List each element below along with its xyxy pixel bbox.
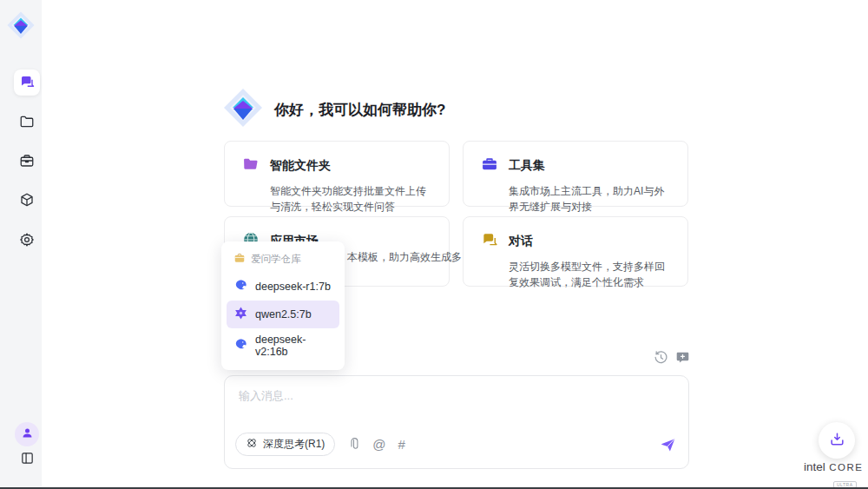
atom-icon [246,437,258,452]
greeting-title: 你好，我可以如何帮助你? [274,100,445,120]
card-description-partial: 本模板，助力高效生成多 [347,249,462,265]
card-description: 智能文件夹功能支持批量文件上传与清洗，轻松实现文件问答 [270,183,431,215]
history-button[interactable] [653,350,668,366]
history-icon [654,354,668,367]
briefcase-icon [19,153,35,171]
sidebar-item-folders[interactable] [14,109,40,135]
card-title: 智能文件夹 [270,158,331,174]
model-option-label: deepseek-r1:7b [255,281,331,293]
assistant-logo-icon [222,87,264,129]
card-description: 灵活切换多模型文件，支持多样回复效果调试，满足个性化需求 [509,259,670,290]
sidebar-item-settings[interactable] [14,228,40,254]
paperclip-icon [347,440,360,453]
new-chat-button[interactable] [674,350,690,366]
sidebar-item-toolbox[interactable] [14,149,40,175]
deepseek-icon [233,278,248,295]
deep-think-toggle[interactable]: 深度思考(R1) [235,433,335,456]
chat-bubbles-gold-icon [481,231,498,252]
deepseek-icon [233,337,248,354]
smart-folder-icon [242,155,260,176]
folder-icon [19,114,35,132]
gear-icon [19,232,35,250]
attach-file-button[interactable] [347,438,360,451]
new-chat-icon [675,354,690,367]
model-option-qwen[interactable]: qwen2.5:7b [227,301,339,328]
download-icon [829,431,845,450]
intel-wordmark: intel [804,460,825,473]
model-option-label: qwen2.5:7b [255,308,312,320]
user-icon [21,426,34,442]
send-plane-icon [660,442,676,455]
collapse-sidebar-button[interactable] [14,446,40,472]
card-toolset[interactable]: 工具集 集成市场上主流工具，助力AI与外界无缝扩展与对接 [463,141,688,207]
model-source-label: 爱问学仓库 [251,253,301,266]
model-option-label: deepseek-v2:16b [255,334,332,358]
intel-core-logo: intel core ultra [804,459,865,489]
card-title: 工具集 [509,158,545,174]
card-conversation[interactable]: 对话 灵活切换多模型文件，支持多样回复效果调试，满足个性化需求 [463,216,688,287]
download-fab-button[interactable] [819,422,855,459]
toolbox-filled-icon [481,155,498,176]
core-wordmark: core [829,462,863,472]
warehouse-icon [233,252,246,266]
model-option-deepseek-r1[interactable]: deepseek-r1:7b [227,273,339,301]
model-option-deepseek-v2[interactable]: deepseek-v2:16b [227,328,339,363]
chat-bubble-icon [19,74,35,92]
mention-icon[interactable]: @ [372,437,385,452]
card-title: 对话 [509,234,533,249]
panel-layout-icon [20,451,35,468]
model-source-header: 爱问学仓库 [227,248,339,273]
model-dropdown: 爱问学仓库 deepseek-r1:7b qwen2.5:7b [221,241,345,370]
app-logo-icon[interactable] [6,10,36,40]
deep-think-label: 深度思考(R1) [263,437,325,452]
app-window: 你好，我可以如何帮助你? 智能文件夹 智能文件夹功能支持批量文件上传与清洗，轻松… [0,0,868,489]
message-composer: 深度思考(R1) @ # [224,375,689,469]
send-button[interactable] [660,436,676,453]
card-smart-folder[interactable]: 智能文件夹 智能文件夹功能支持批量文件上传与清洗，轻松实现文件问答 [224,141,450,207]
user-avatar[interactable] [15,422,39,446]
message-input[interactable] [239,388,673,430]
cube-icon [19,192,35,210]
topic-hash-icon[interactable]: # [398,437,405,452]
composer-toolbar: 深度思考(R1) @ # [235,433,676,456]
sidebar-item-models[interactable] [14,188,40,214]
card-description: 集成市场上主流工具，助力AI与外界无缝扩展与对接 [509,183,670,215]
sidebar [0,0,42,487]
qwen-icon [233,306,248,323]
sidebar-item-chat[interactable] [14,69,40,96]
